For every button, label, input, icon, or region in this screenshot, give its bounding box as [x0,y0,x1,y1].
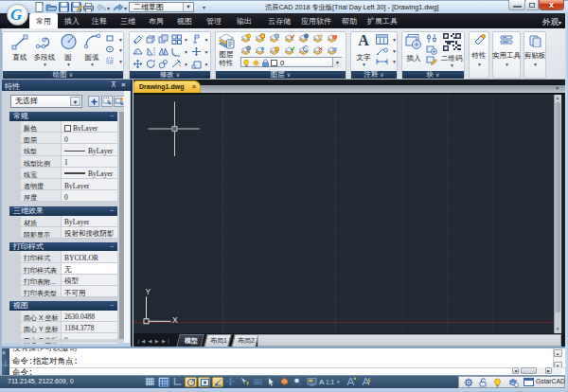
svg-text:X: X [172,315,178,325]
svg-text:Y: Y [146,287,151,296]
